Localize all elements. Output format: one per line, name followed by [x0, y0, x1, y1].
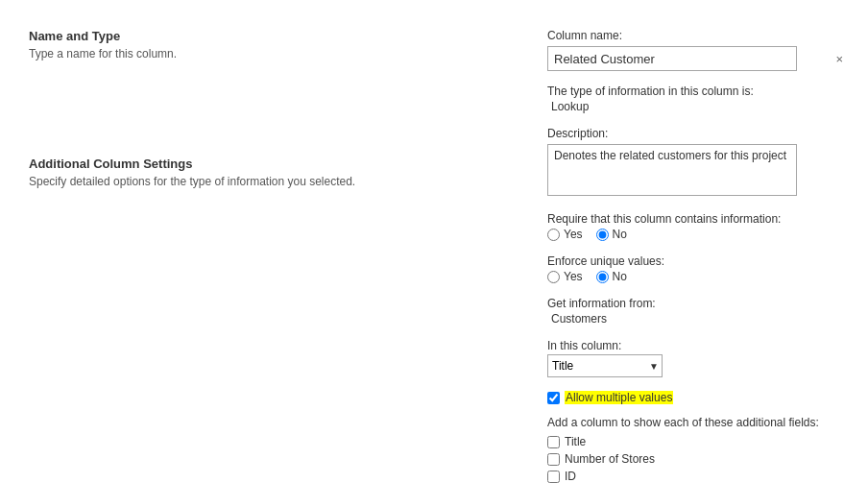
- in-this-column-select-wrapper: Title Name ID ▼: [547, 354, 663, 377]
- enforce-radio-group: Yes No: [547, 270, 849, 283]
- get-info-label: Get information from:: [547, 297, 849, 310]
- additional-field-title: Title: [547, 435, 849, 448]
- enforce-yes-option[interactable]: Yes: [547, 270, 583, 283]
- additional-fields-label: Add a column to show each of these addit…: [547, 416, 849, 429]
- enforce-no-option[interactable]: No: [596, 270, 627, 283]
- description-group: Description: Denotes the related custome…: [547, 127, 849, 199]
- column-name-clear-button[interactable]: ×: [833, 53, 845, 65]
- column-name-group: Column name: ×: [547, 29, 849, 71]
- in-this-column-group: In this column: Title Name ID ▼: [547, 339, 849, 377]
- require-no-option[interactable]: No: [596, 228, 627, 241]
- require-info-label: Require that this column contains inform…: [547, 212, 849, 226]
- additional-field-id: ID: [547, 470, 849, 483]
- left-panel: Name and Type Type a name for this colum…: [0, 19, 538, 483]
- enforce-unique-label: Enforce unique values:: [547, 254, 849, 268]
- column-name-label: Column name:: [547, 29, 849, 42]
- require-no-radio[interactable]: [596, 229, 609, 241]
- description-input[interactable]: Denotes the related customers for this p…: [547, 144, 797, 196]
- enforce-yes-radio[interactable]: [547, 271, 560, 283]
- get-info-group: Get information from: Customers: [547, 297, 849, 326]
- field-title-label[interactable]: Title: [565, 435, 586, 448]
- require-yes-label: Yes: [564, 228, 583, 241]
- additional-settings-desc: Specify detailed options for the type of…: [29, 175, 509, 188]
- right-panel: Column name: × The type of information i…: [538, 19, 868, 483]
- field-id-checkbox[interactable]: [547, 471, 560, 483]
- field-stores-checkbox[interactable]: [547, 453, 560, 466]
- column-type-value: Lookup: [547, 100, 849, 113]
- additional-fields-group: Add a column to show each of these addit…: [547, 416, 849, 483]
- additional-field-number-stores: Number of Stores: [547, 452, 849, 466]
- allow-multiple-checkbox[interactable]: [547, 392, 560, 404]
- allow-multiple-label[interactable]: Allow multiple values: [565, 391, 673, 404]
- description-label: Description:: [547, 127, 849, 140]
- column-name-input-wrapper: ×: [547, 46, 849, 71]
- field-title-checkbox[interactable]: [547, 436, 560, 448]
- enforce-no-radio[interactable]: [596, 271, 609, 283]
- require-yes-radio[interactable]: [547, 229, 560, 241]
- require-radio-group: Yes No: [547, 228, 849, 241]
- column-type-line: The type of information in this column i…: [547, 85, 849, 98]
- name-and-type-section: Name and Type Type a name for this colum…: [29, 29, 509, 60]
- require-yes-option[interactable]: Yes: [547, 228, 583, 241]
- additional-settings-section: Additional Column Settings Specify detai…: [29, 157, 509, 188]
- in-this-column-label: In this column:: [547, 339, 849, 352]
- column-type-group: The type of information in this column i…: [547, 85, 849, 113]
- enforce-no-label: No: [613, 270, 627, 283]
- require-info-group: Require that this column contains inform…: [547, 212, 849, 241]
- field-stores-label[interactable]: Number of Stores: [565, 452, 655, 466]
- require-no-label: No: [613, 228, 627, 241]
- additional-settings-title: Additional Column Settings: [29, 157, 509, 171]
- in-this-column-select[interactable]: Title Name ID: [547, 354, 663, 377]
- field-id-label[interactable]: ID: [565, 470, 576, 483]
- name-and-type-desc: Type a name for this column.: [29, 47, 509, 60]
- column-name-input[interactable]: [547, 46, 797, 71]
- allow-multiple-wrapper: Allow multiple values: [547, 391, 849, 404]
- enforce-unique-group: Enforce unique values: Yes No: [547, 254, 849, 283]
- enforce-yes-label: Yes: [564, 270, 583, 283]
- name-and-type-title: Name and Type: [29, 29, 509, 43]
- get-info-value: Customers: [547, 312, 849, 326]
